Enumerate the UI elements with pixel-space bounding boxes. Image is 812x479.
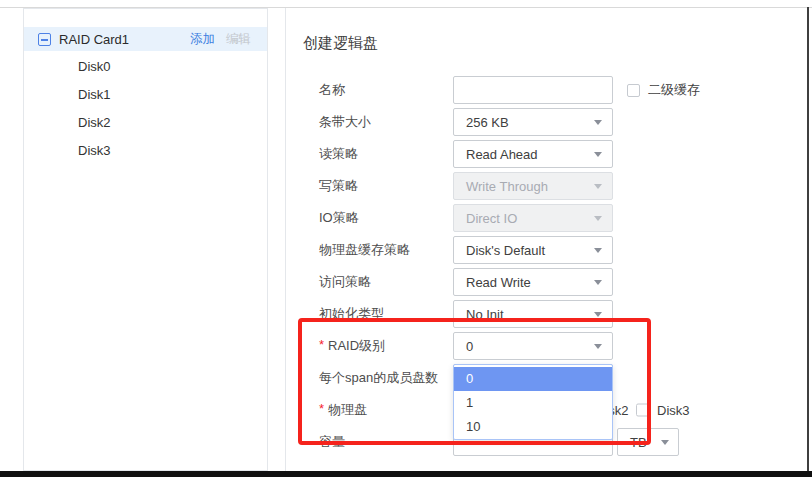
field-row-raid-level: * RAID级别 0: [286, 332, 807, 360]
field-row-io-policy: IO策略 Direct IO: [286, 204, 807, 232]
add-link[interactable]: 添加: [190, 31, 215, 48]
init-type-label: 初始化类型: [319, 305, 384, 323]
required-marker: *: [319, 337, 324, 355]
name-label: 名称: [319, 81, 345, 99]
chevron-down-icon: [594, 280, 602, 285]
create-logical-disk-panel: 创建逻辑盘 名称 二级缓存 条带大小 256 KB 读策略 Read Ahead: [285, 8, 807, 471]
io-policy-select: Direct IO: [453, 204, 613, 232]
init-type-select[interactable]: No Init: [453, 300, 613, 328]
name-input[interactable]: [453, 76, 613, 104]
read-policy-select[interactable]: Read Ahead: [453, 140, 613, 168]
field-row-stripe-size: 条带大小 256 KB: [286, 108, 807, 136]
read-policy-label: 读策略: [319, 145, 358, 163]
capacity-label: 容量: [319, 433, 345, 451]
write-policy-label: 写策略: [319, 177, 358, 195]
disk-cache-policy-label: 物理盘缓存策略: [319, 241, 410, 259]
secondary-cache-label: 二级缓存: [648, 81, 700, 99]
stripe-size-label: 条带大小: [319, 113, 371, 131]
chevron-down-icon: [594, 248, 602, 253]
access-policy-label: 访问策略: [319, 273, 371, 291]
raid-level-dropdown-list: 0 1 10: [453, 364, 613, 440]
span-members-label: 每个span的成员盘数: [319, 369, 438, 387]
tree-actions: 添加 编辑: [190, 31, 251, 48]
chevron-down-icon: [594, 120, 602, 125]
dropdown-option-10[interactable]: 10: [454, 415, 612, 439]
write-policy-select: Write Through: [453, 172, 613, 200]
checkbox-icon: [627, 84, 640, 97]
raid-tree-panel: RAID Card1 添加 编辑 Disk0 Disk1 Disk2 Disk3: [23, 8, 268, 471]
chevron-down-icon: [594, 312, 602, 317]
window-right-border: [807, 7, 809, 472]
raid-card-label: RAID Card1: [59, 32, 129, 47]
secondary-cache-checkbox[interactable]: 二级缓存: [627, 81, 700, 99]
raid-level-select[interactable]: 0: [453, 332, 613, 360]
io-policy-label: IO策略: [319, 209, 359, 227]
dropdown-option-1[interactable]: 1: [454, 391, 612, 415]
edit-link[interactable]: 编辑: [226, 31, 251, 48]
field-row-write-policy: 写策略 Write Through: [286, 172, 807, 200]
physical-disks-label: * 物理盘: [319, 401, 367, 419]
chevron-down-icon: [594, 344, 602, 349]
required-marker: *: [319, 401, 324, 419]
page-title: 创建逻辑盘: [303, 34, 378, 53]
field-row-init-type: 初始化类型 No Init: [286, 300, 807, 328]
capacity-unit-select[interactable]: TB: [617, 428, 679, 456]
chevron-down-icon: [594, 152, 602, 157]
checkbox-icon: [636, 404, 649, 417]
window-bottom-bar: [0, 471, 812, 477]
tree-item-disk1[interactable]: Disk1: [78, 86, 111, 104]
field-row-name: 名称 二级缓存: [286, 76, 807, 104]
chevron-down-icon: [661, 440, 669, 445]
field-row-read-policy: 读策略 Read Ahead: [286, 140, 807, 168]
screenshot-root: RAID Card1 添加 编辑 Disk0 Disk1 Disk2 Disk3…: [0, 0, 812, 479]
field-row-access-policy: 访问策略 Read Write: [286, 268, 807, 296]
tree-item-disk2[interactable]: Disk2: [78, 114, 111, 132]
raid-level-label: * RAID级别: [319, 337, 385, 355]
tree-item-raid-card[interactable]: RAID Card1 添加 编辑: [24, 27, 267, 51]
collapse-minus-icon[interactable]: [38, 33, 51, 46]
dropdown-option-0[interactable]: 0: [454, 367, 612, 391]
tree-item-disk3[interactable]: Disk3: [78, 142, 111, 160]
field-row-disk-cache-policy: 物理盘缓存策略 Disk's Default: [286, 236, 807, 264]
chevron-down-icon: [594, 184, 602, 189]
disk-checkbox-disk3[interactable]: Disk3: [636, 403, 690, 418]
stripe-size-select[interactable]: 256 KB: [453, 108, 613, 136]
disk-cache-policy-select[interactable]: Disk's Default: [453, 236, 613, 264]
tree-item-disk0[interactable]: Disk0: [78, 58, 111, 76]
access-policy-select[interactable]: Read Write: [453, 268, 613, 296]
chevron-down-icon: [594, 216, 602, 221]
